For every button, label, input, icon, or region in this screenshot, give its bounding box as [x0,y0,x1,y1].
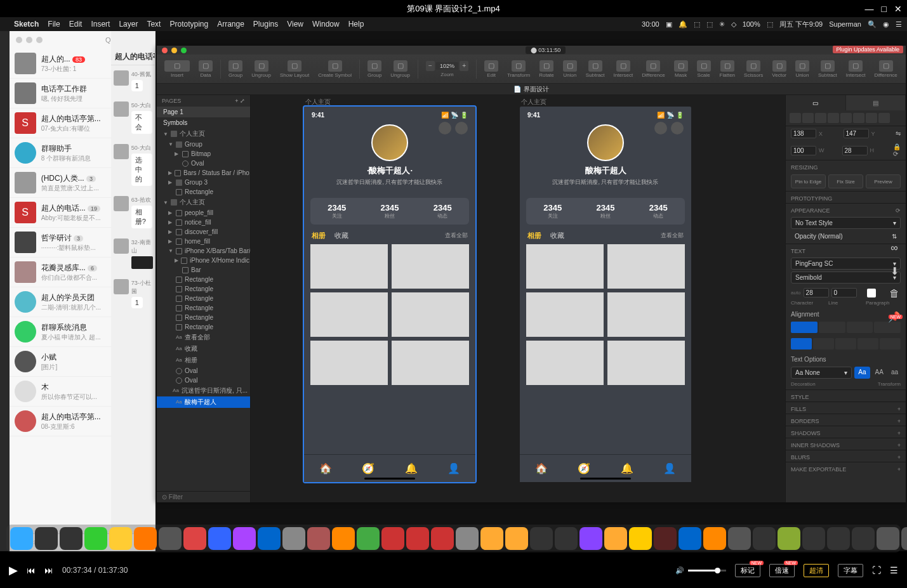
chat-item[interactable]: S 超人的电话亭第... 07-兔大白:有哪位 [10,108,111,138]
dock-app[interactable] [654,527,677,550]
w-input[interactable] [791,146,816,155]
zoom-dot[interactable] [181,48,187,53]
dock-app[interactable] [778,527,800,550]
text-style-select[interactable]: No Text Style▾ [791,217,901,229]
y-input[interactable] [844,129,869,138]
x-input[interactable] [791,129,816,138]
size-input[interactable] [804,288,829,297]
align-center-button[interactable] [802,113,814,123]
artboard-2[interactable]: 9:41📶 📡 🔋 酸梅干超人 沉迷哲学日斯消瘦, 只有哲学才能让我快乐 234… [520,107,691,482]
share-icon[interactable]: ∞ [887,241,901,255]
layer-node[interactable]: Rectangle [157,303,250,313]
dock-app[interactable] [703,527,726,550]
artboard-1[interactable]: 9:41📶 📡 🔋 ·酸梅干超人· 沉迷哲学日斯消瘦, 只有哲学才能让我快乐 2… [304,107,475,482]
distribute-v-button[interactable] [878,113,890,123]
dock-app[interactable] [233,527,256,550]
aa-variant[interactable]: aa [889,367,901,379]
menu-prototyping[interactable]: Prototyping [169,20,208,29]
next-button[interactable]: ⏭ [44,565,53,575]
menu-insert[interactable]: Insert [91,20,110,29]
layer-node[interactable]: ▶Bars / Status Bar / iPho... [157,168,250,178]
dock-app[interactable] [35,527,58,550]
aa-button[interactable]: Aa [854,367,870,379]
artboard-label[interactable]: 个人主页 [521,98,546,107]
play-button[interactable]: ▶ [9,563,18,577]
menu-window[interactable]: Window [312,20,340,29]
spotlight-icon[interactable]: 🔍 [868,20,877,29]
toolbar-union[interactable]: ▢Union [791,59,813,79]
layer-node[interactable]: Oval [157,366,250,376]
minimize-dot[interactable] [171,48,177,53]
flip-h-icon[interactable]: ⇋ [896,130,901,137]
speed-button[interactable]: 倍速NEW [769,564,795,577]
chat-item[interactable]: 超人的... 8373-小杜菌: 1 [10,49,111,79]
dock-app[interactable] [877,527,899,550]
layer-node[interactable]: Rectangle [157,187,250,197]
volume-icon[interactable]: 🔊 [675,566,684,575]
dock-app[interactable] [827,527,850,550]
pin-edge-button[interactable]: Pin to Edge [791,174,826,188]
menu-edit[interactable]: Edit [69,20,83,29]
volume-slider[interactable] [688,570,726,572]
page-item[interactable]: Symbols [157,117,250,128]
dock-app[interactable] [802,527,825,550]
layer-node[interactable]: Oval [157,376,250,385]
toolbar-subtract[interactable]: ▢Subtract [814,59,841,79]
layer-node[interactable]: Rectangle [157,275,250,284]
text-auto-width[interactable] [857,338,878,350]
dock-app[interactable] [183,527,206,550]
text-auto-height[interactable] [880,338,901,350]
dock-app[interactable] [109,527,132,550]
color-swatch[interactable] [867,289,876,297]
close-button[interactable]: ✕ [894,4,902,14]
layer-node[interactable]: Aa酸梅干超人 [157,396,250,408]
subtitle-button[interactable]: 字幕 [838,564,863,577]
line-input[interactable] [831,288,857,297]
plugin-update-banner[interactable]: Plugin Updates Available [833,46,903,53]
dock-app[interactable] [381,527,404,550]
layer-node[interactable]: Aa查看全部 [157,332,250,343]
toolbar-show-layout[interactable]: ▢Show Layout [276,59,313,79]
layer-node[interactable]: ▶notice_fill [157,218,250,227]
blurs-header[interactable]: Blurs+ [786,450,906,462]
dock-app[interactable] [480,527,503,550]
quality-button[interactable]: 超清 [804,564,829,577]
layer-node[interactable]: ▶discover_fill [157,227,250,237]
pin-icon[interactable]: 📌NEW [887,310,901,323]
dock-app[interactable] [208,527,231,550]
menu-view[interactable]: View [287,20,303,29]
dock-app[interactable] [282,527,305,550]
dock-app[interactable] [852,527,875,550]
dock-app[interactable] [60,527,83,550]
search-icon[interactable]: Q [105,36,111,44]
menubar-user[interactable]: Superman [829,20,861,28]
toolbar-zoom[interactable]: −102%+Zoom [422,60,472,79]
dock-app[interactable] [604,527,627,550]
toolbar-difference[interactable]: ▢Difference [870,59,901,79]
dock-app[interactable] [258,527,281,550]
chat-item[interactable]: 电话亭工作群 嗯, 传好我先理 [10,79,111,108]
traffic-dot[interactable] [26,37,32,43]
toolbar-rotate[interactable]: ▢Rotate [535,59,558,79]
toolbar-ungroup[interactable]: ▢Ungroup [387,59,414,79]
toolbar-edit[interactable]: ▢Edit [480,59,502,79]
chat-item[interactable]: 哲学研讨 3·········:塑料鼠标垫... [10,228,111,258]
toolbar-difference[interactable]: ▢Difference [638,59,668,79]
chat-item[interactable]: 群聊系统消息 夏小福 申请加入 超... [10,317,111,347]
layer-node[interactable]: ▼iPhone X/Bars/Tab Bar/... [157,246,250,256]
dock-app[interactable] [307,527,330,550]
h-input[interactable] [842,146,868,155]
align-bottom-button[interactable] [853,113,864,123]
layer-node[interactable]: ▶Group 3 [157,178,250,187]
menubar-icon[interactable]: ▣ [666,20,672,29]
align-top-button[interactable] [828,113,839,123]
align-middle-button[interactable] [840,113,852,123]
menu-plugins[interactable]: Plugins [253,20,278,29]
toolbar-intersect[interactable]: ▢Intersect [610,59,637,79]
toolbar-ungroup[interactable]: ▢Ungroup [248,59,275,79]
minimize-button[interactable]: — [865,4,874,14]
wifi-icon[interactable]: ◇ [731,20,736,29]
dock-app[interactable] [84,527,107,550]
dock-app[interactable] [679,527,701,550]
toolbar-group[interactable]: ▢Group [364,59,385,79]
